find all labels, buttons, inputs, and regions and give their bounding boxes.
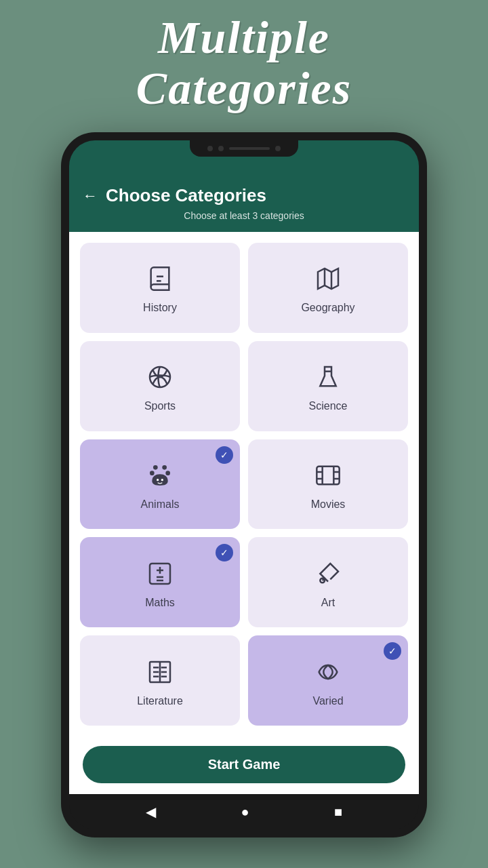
category-art[interactable]: Art [248, 537, 408, 627]
category-varied[interactable]: ✓ Varied [248, 635, 408, 726]
science-icon [314, 363, 342, 395]
animals-check: ✓ [216, 446, 233, 464]
sports-icon [146, 363, 174, 395]
category-science[interactable]: Science [248, 341, 408, 431]
header-title: Choose Categories [106, 185, 266, 206]
animals-label: Animals [141, 498, 180, 511]
svg-rect-13 [317, 467, 339, 485]
app-header: ← Choose Categories Choose at least 3 ca… [69, 176, 419, 232]
movies-icon [314, 462, 342, 493]
varied-label: Varied [312, 695, 343, 707]
history-label: History [143, 302, 177, 314]
category-maths[interactable]: ✓ Maths [80, 537, 240, 627]
category-geography[interactable]: Geography [248, 243, 408, 333]
history-icon [146, 265, 174, 296]
geography-icon [314, 265, 342, 296]
art-icon [314, 560, 342, 591]
nav-back-icon[interactable]: ◀ [146, 804, 156, 820]
page-title: Multiple Categories [41, 12, 447, 114]
svg-point-7 [153, 465, 158, 470]
start-game-button[interactable]: Start Game [83, 746, 405, 783]
phone-screen: ← Choose Categories Choose at least 3 ca… [69, 176, 419, 794]
literature-label: Literature [137, 695, 183, 707]
geography-label: Geography [301, 302, 354, 314]
notch [190, 140, 298, 157]
category-animals[interactable]: ✓ Animals [80, 439, 240, 530]
literature-icon [146, 658, 174, 690]
phone-bottom-bar: ◀ ● ■ [69, 794, 419, 829]
categories-grid: History Geography [69, 232, 419, 736]
back-button[interactable]: ← [83, 187, 98, 205]
nav-recents-icon[interactable]: ■ [334, 804, 342, 820]
svg-point-11 [157, 479, 159, 481]
maths-check: ✓ [216, 544, 233, 561]
category-literature[interactable]: Literature [80, 635, 240, 726]
phone-frame: ← Choose Categories Choose at least 3 ca… [61, 132, 427, 837]
phone-notch-area [69, 140, 419, 176]
art-label: Art [321, 597, 335, 609]
category-sports[interactable]: Sports [80, 341, 240, 431]
svg-point-9 [150, 471, 155, 475]
svg-point-10 [165, 471, 170, 475]
svg-marker-2 [318, 269, 338, 289]
sports-label: Sports [144, 400, 176, 412]
svg-point-12 [161, 479, 163, 481]
svg-point-8 [162, 465, 167, 470]
animals-icon [146, 462, 174, 493]
category-movies[interactable]: Movies [248, 439, 408, 530]
start-button-area: Start Game [69, 736, 419, 794]
varied-icon [314, 658, 342, 690]
science-label: Science [309, 400, 348, 412]
movies-label: Movies [311, 498, 346, 511]
category-history[interactable]: History [80, 243, 240, 333]
header-subtitle: Choose at least 3 categories [184, 210, 304, 221]
maths-icon [146, 560, 174, 591]
maths-label: Maths [145, 597, 175, 609]
varied-check: ✓ [384, 642, 401, 660]
nav-home-icon[interactable]: ● [241, 804, 249, 820]
